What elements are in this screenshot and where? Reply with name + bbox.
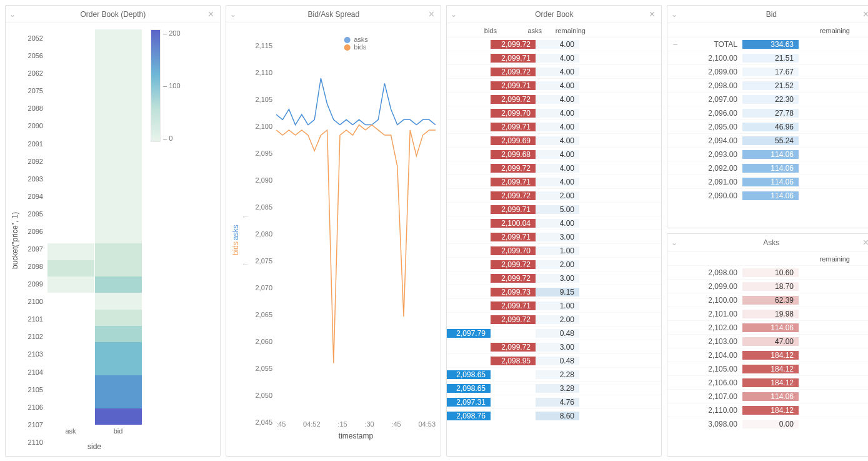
price-cell: 2,093.00 (680, 150, 742, 159)
table-row[interactable]: 2,099.723.00 (447, 340, 661, 353)
remaining-cell: 2.00 (536, 315, 579, 324)
table-row[interactable]: 2,094.0055.24 (667, 133, 868, 147)
arrow-icon[interactable]: ← (241, 259, 250, 269)
y-tick: 2,075 (251, 257, 272, 265)
table-row[interactable]: 3,098.000.00 (667, 417, 868, 430)
column-header-remaining[interactable]: remaining (794, 255, 850, 263)
y-tick: 2094 (22, 188, 47, 205)
panel-order-book: ⌄ Order Book × bids asks remaining 2,099… (446, 5, 662, 457)
table-row[interactable]: 2,099.724.00 (447, 64, 661, 78)
table-row[interactable]: 2,098.0010.60 (667, 265, 868, 279)
heatmap-cell (47, 227, 94, 243)
remaining-cell: 4.00 (536, 178, 579, 186)
heatmap-cell (47, 29, 94, 46)
x-tick: 04:53 (418, 420, 436, 428)
table-row[interactable]: 2,101.0019.98 (667, 306, 868, 320)
y-tick: 2105 (22, 381, 47, 398)
table-row[interactable]: 2,098.768.60 (447, 408, 661, 422)
remaining-cell: 4.00 (536, 109, 579, 118)
y-tick: 2100 (22, 293, 47, 310)
table-row[interactable]: 2,099.714.00 (447, 119, 661, 133)
heatmap-cell (95, 144, 142, 161)
table-row[interactable]: 2,103.0047.00 (667, 334, 868, 348)
table-row[interactable]: 2,099.724.00 (447, 161, 661, 175)
table-row[interactable]: 2,105.00184.12 (667, 362, 868, 375)
remaining-cell: 114.06 (742, 150, 799, 159)
table-row[interactable]: 2,099.722.00 (447, 257, 661, 271)
table-row[interactable]: 2,104.00184.12 (667, 348, 868, 362)
table-row[interactable]: 2,102.00114.06 (667, 320, 868, 334)
table-row[interactable]: 2,100.0062.39 (667, 293, 868, 306)
column-header-remaining[interactable]: remaining (794, 27, 850, 34)
chevron-down-icon[interactable]: ⌄ (9, 10, 16, 19)
column-header-asks[interactable]: asks (497, 27, 542, 34)
remaining-cell: 4.00 (536, 136, 579, 145)
table-row[interactable]: 2,106.00184.12 (667, 375, 868, 389)
table-row[interactable]: 2,098.652.28 (447, 367, 661, 381)
table-row[interactable]: 2,099.723.00 (447, 271, 661, 285)
table-row[interactable]: 2,097.0022.30 (667, 92, 868, 106)
total-row[interactable]: –TOTAL334.63 (667, 37, 868, 51)
table-row[interactable]: 2,099.694.00 (447, 133, 661, 147)
table-row[interactable]: 2,100.0021.51 (667, 51, 868, 64)
close-icon[interactable]: × (861, 238, 868, 248)
table-row[interactable]: 2,099.0017.67 (667, 64, 868, 78)
y-tick: 2,060 (251, 338, 272, 345)
table-row[interactable]: 2,100.044.00 (447, 216, 661, 230)
chevron-down-icon[interactable]: ⌄ (451, 10, 457, 19)
table-row[interactable]: 2,099.714.00 (447, 175, 661, 188)
chevron-down-icon[interactable]: ⌄ (671, 10, 677, 19)
table-row[interactable]: 2,099.739.15 (447, 285, 661, 298)
column-header-bids[interactable]: bids (453, 27, 497, 34)
remaining-cell: 184.12 (742, 351, 799, 360)
table-row[interactable]: 2,099.704.00 (447, 106, 661, 119)
table-row[interactable]: 2,098.0021.52 (667, 78, 868, 92)
table-row[interactable]: 2,092.00114.06 (667, 161, 868, 175)
color-legend: 2001000 (151, 29, 181, 451)
remaining-cell: 21.52 (742, 81, 799, 90)
table-row[interactable]: 2,090.00114.06 (667, 188, 868, 202)
table-row[interactable]: 2,099.684.00 (447, 147, 661, 161)
remaining-cell: 4.00 (536, 150, 579, 159)
table-row[interactable]: 2,097.314.76 (447, 395, 661, 408)
table-row[interactable]: 2,099.722.00 (447, 312, 661, 326)
legend-tick: 100 (163, 82, 181, 89)
table-row[interactable]: 2,099.714.00 (447, 51, 661, 64)
close-icon[interactable]: × (426, 9, 437, 19)
arrow-icon[interactable]: ← (241, 211, 250, 221)
close-icon[interactable]: × (206, 9, 216, 19)
table-row[interactable]: 2,099.714.00 (447, 78, 661, 92)
remaining-cell: 5.00 (536, 205, 579, 214)
close-icon[interactable]: × (647, 9, 657, 19)
table-row[interactable]: 2,098.653.28 (447, 381, 661, 395)
heatmap-cell (95, 29, 142, 46)
table-row[interactable]: 2,093.00114.06 (667, 147, 868, 161)
series-asks (276, 78, 436, 125)
table-row[interactable]: 2,096.0027.78 (667, 106, 868, 119)
chevron-down-icon[interactable]: ⌄ (230, 10, 236, 19)
table-row[interactable]: 2,099.715.00 (447, 202, 661, 216)
table-row[interactable]: 2,091.00114.06 (667, 175, 868, 188)
table-row[interactable]: 2,098.950.48 (447, 353, 661, 367)
heatmap-column-bid (94, 29, 142, 425)
table-row[interactable]: 2,107.00114.06 (667, 389, 868, 403)
chevron-down-icon[interactable]: ⌄ (671, 238, 677, 247)
table-row[interactable]: 2,097.790.48 (447, 326, 661, 340)
table-row[interactable]: 2,099.713.00 (447, 230, 661, 243)
table-row[interactable]: 2,099.722.00 (447, 188, 661, 202)
table-row[interactable]: 2,099.711.00 (447, 298, 661, 312)
collapse-icon[interactable]: – (667, 40, 680, 49)
close-icon[interactable]: × (861, 9, 868, 19)
table-row[interactable]: 2,099.701.00 (447, 243, 661, 257)
remaining-cell: 4.00 (536, 68, 579, 76)
table-row[interactable]: 2,110.00184.12 (667, 403, 868, 417)
table-row[interactable]: 2,099.0018.70 (667, 279, 868, 293)
column-header-remaining[interactable]: remaining (542, 27, 586, 34)
table-row[interactable]: 2,099.724.00 (447, 37, 661, 51)
remaining-cell: 8.60 (536, 412, 579, 420)
remaining-cell: 114.06 (742, 191, 799, 200)
table-row[interactable]: 2,099.724.00 (447, 92, 661, 106)
remaining-cell: 114.06 (742, 178, 799, 186)
table-row[interactable]: 2,095.0046.96 (667, 119, 868, 133)
y-tick: 2075 (22, 82, 47, 99)
